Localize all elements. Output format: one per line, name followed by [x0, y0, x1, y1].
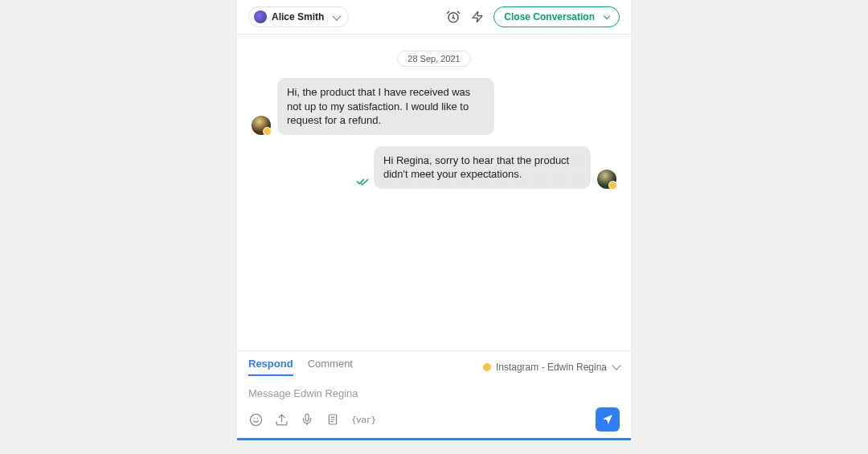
channel-label: Instagram - Edwin Regina [496, 362, 607, 373]
chevron-down-icon [333, 11, 342, 20]
close-conversation-label: Close Conversation [504, 11, 595, 22]
assignee-dropdown[interactable]: Alice Smith [248, 6, 349, 27]
composer-top-row: Respond Comment Instagram - Edwin Regina [248, 358, 620, 376]
emoji-icon[interactable] [248, 412, 263, 427]
chat-panel: Alice Smith z Close Conversation [237, 0, 631, 440]
composer: Respond Comment Instagram - Edwin Regina [237, 350, 631, 438]
agent-avatar [597, 170, 616, 189]
message-row-incoming: Hi, the product that I have received was… [252, 78, 616, 135]
message-bubble: Hi, the product that I have received was… [277, 78, 494, 135]
header-actions: z Close Conversation [445, 6, 620, 27]
message-bubble: Hi Regina, sorry to hear that the produc… [374, 146, 591, 189]
tool-row-left: {var} [248, 412, 376, 427]
send-button[interactable] [596, 407, 620, 432]
variable-icon[interactable]: {var} [351, 415, 376, 425]
channel-selector[interactable]: Instagram - Edwin Regina [483, 362, 620, 373]
svg-point-3 [250, 414, 261, 425]
date-chip: 28 Sep, 2021 [397, 51, 470, 67]
svg-marker-2 [473, 11, 482, 22]
upload-icon[interactable] [274, 412, 289, 427]
messages-area: 28 Sep, 2021 Hi, the product that I have… [237, 35, 631, 350]
date-separator: 28 Sep, 2021 [252, 51, 616, 67]
composer-tabs: Respond Comment [248, 358, 353, 376]
lightning-icon[interactable] [469, 9, 485, 25]
bottom-accent-bar [237, 438, 631, 440]
chat-header: Alice Smith z Close Conversation [237, 0, 631, 35]
note-icon[interactable] [326, 412, 340, 427]
close-conversation-button[interactable]: Close Conversation [493, 6, 620, 27]
tab-respond[interactable]: Respond [248, 358, 293, 376]
assignee-name: Alice Smith [272, 11, 324, 22]
message-row-outgoing: Hi Regina, sorry to hear that the produc… [252, 146, 616, 189]
read-receipt-icon [356, 177, 369, 189]
chevron-down-icon [604, 12, 610, 18]
tab-comment[interactable]: Comment [308, 358, 353, 376]
snooze-icon[interactable]: z [445, 9, 461, 25]
mic-icon[interactable] [300, 412, 314, 427]
channel-dot-icon [483, 363, 491, 371]
chevron-down-icon [612, 361, 620, 370]
svg-text:z: z [452, 15, 454, 20]
message-input[interactable] [248, 384, 620, 407]
composer-toolbar: {var} [248, 407, 620, 432]
customer-avatar [252, 116, 271, 135]
assignee-avatar [254, 10, 267, 23]
